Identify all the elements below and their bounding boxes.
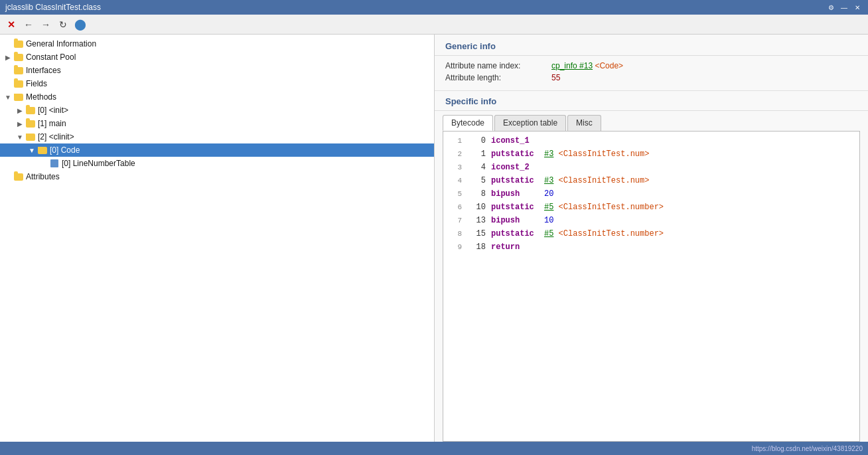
linenum-6: 6 [449,201,462,213]
opcode-8: putstatic [491,228,544,240]
bytecode-line-6: 6 10 putstatic #5 <ClassInitTest.number> [443,201,859,214]
tree-label-constant-pool: Constant Pool [26,52,76,62]
bytecode-line-5: 5 8 bipush 20 [443,187,859,201]
arrow-methods: ▼ [3,92,13,102]
attr-name-label: Attribute name index: [445,61,551,70]
bytecode-line-8: 8 15 putstatic #5 <ClassInitTest.number> [443,227,859,240]
tree-label-init: [0] <init> [38,106,68,115]
tree-item-fields[interactable]: Fields [0,77,434,90]
folder-icon-main [25,118,36,129]
ref-8[interactable]: #5 [544,228,553,240]
opcode-1: iconst_1 [491,135,544,147]
classref-6: <ClassInitTest.number> [553,201,664,213]
tab-bytecode[interactable]: Bytecode [443,115,493,131]
attr-name-row: Attribute name index: cp_info #13 <Code> [445,61,857,70]
offset-3: 4 [467,161,486,173]
arrow-general-info [3,39,13,49]
tree-panel: General Information ▶ Constant Pool Inte… [0,35,435,442]
title-bar: jclasslib ClassInitTest.class ⚙ — ✕ [0,0,868,15]
tree-label-fields: Fields [26,79,47,88]
arrow-main: ▶ [15,118,25,129]
opcode-9: return [491,241,544,253]
folder-icon-attributes [13,171,24,182]
ref-6[interactable]: #5 [544,201,553,213]
bytecode-content: 1 0 iconst_1 2 1 putstatic #3 <ClassInit… [443,131,860,442]
arrow-code: ▼ [27,145,37,155]
tree-item-interfaces[interactable]: Interfaces [0,64,434,77]
status-bar: https://blog.csdn.net/weixin/43819220 [0,442,868,455]
minimize-button[interactable]: — [839,2,849,13]
ref-2[interactable]: #3 [544,148,553,160]
tree-label-main: [1] main [38,119,66,128]
bytecode-line-9: 9 18 return [443,240,859,254]
window-controls: ⚙ — ✕ [826,2,863,13]
attr-name-code: <Code> [593,61,623,70]
opcode-2: putstatic [491,148,544,160]
num-7: 10 [544,215,553,227]
arrow-clinit: ▼ [15,132,25,142]
tree-item-linenumber[interactable]: [0] LineNumberTable [0,157,434,170]
back-button[interactable]: ← [21,17,36,32]
num-5: 20 [544,188,553,200]
linenum-1: 1 [449,135,462,147]
offset-2: 1 [467,148,486,160]
generic-info-section: Attribute name index: cp_info #13 <Code>… [435,56,868,91]
tree-label-methods: Methods [26,92,56,102]
classref-2: <ClassInitTest.num> [553,148,649,160]
close-button[interactable]: ✕ [4,17,19,32]
arrow-fields [3,78,13,89]
tree-label-attributes: Attributes [26,172,60,181]
tab-misc[interactable]: Misc [567,115,601,131]
opcode-7: bipush [491,215,544,227]
generic-info-title: Generic info [435,35,868,56]
tree-item-methods[interactable]: ▼ Methods [0,90,434,104]
arrow-init: ▶ [15,105,25,116]
tree-item-code[interactable]: ▼ [0] Code [0,143,434,157]
bytecode-line-7: 7 13 bipush 10 [443,214,859,227]
tree-item-constant-pool[interactable]: ▶ Constant Pool [0,50,434,64]
ref-4[interactable]: #3 [544,175,553,187]
tree-label-code: [0] Code [50,145,80,155]
right-panel: Generic info Attribute name index: cp_in… [435,35,868,442]
tree-label-linenumber: [0] LineNumberTable [62,159,135,168]
opcode-4: putstatic [491,175,544,187]
tree-label-clinit: [2] <clinit> [38,132,74,141]
toolbar: ✕ ← → ↻ ⬤ [0,15,868,35]
offset-4: 5 [467,175,486,187]
offset-8: 15 [467,228,486,240]
bytecode-line-2: 2 1 putstatic #3 <ClassInitTest.num> [443,147,859,161]
bytecode-line-4: 4 5 putstatic #3 <ClassInitTest.num> [443,174,859,187]
linenum-4: 4 [449,175,462,187]
refresh-button[interactable]: ↻ [56,17,70,32]
info-button[interactable]: ⬤ [73,17,88,32]
forward-button[interactable]: → [38,17,53,32]
opcode-5: bipush [491,188,544,200]
tree-item-attributes[interactable]: Attributes [0,170,434,183]
linenum-8: 8 [449,228,462,240]
tree-item-main[interactable]: ▶ [1] main [0,117,434,130]
folder-icon-code [37,145,48,155]
arrow-linenumber [38,158,49,169]
arrow-constant-pool: ▶ [3,52,13,62]
folder-icon-clinit [25,132,36,142]
tree-item-init[interactable]: ▶ [0] <init> [0,104,434,117]
attr-name-link[interactable]: cp_info #13 [551,61,593,70]
tree-item-clinit[interactable]: ▼ [2] <clinit> [0,130,434,143]
linenum-2: 2 [449,148,462,160]
close-title-button[interactable]: ✕ [852,2,863,13]
icon-linenumber [49,158,60,169]
folder-icon-constant-pool [13,52,24,62]
offset-7: 13 [467,215,486,227]
arrow-interfaces [3,65,13,76]
folder-icon-interfaces [13,65,24,76]
folder-icon-methods [13,92,24,102]
classref-8: <ClassInitTest.number> [553,228,664,240]
opcode-3: iconst_2 [491,161,544,173]
tabs-row: Bytecode Exception table Misc [443,115,860,131]
settings-button[interactable]: ⚙ [826,2,836,13]
tree-label-interfaces: Interfaces [26,66,61,75]
tab-exception-table[interactable]: Exception table [494,115,566,131]
linenum-5: 5 [449,188,462,200]
classref-4: <ClassInitTest.num> [553,175,649,187]
tree-item-general-info[interactable]: General Information [0,37,434,50]
